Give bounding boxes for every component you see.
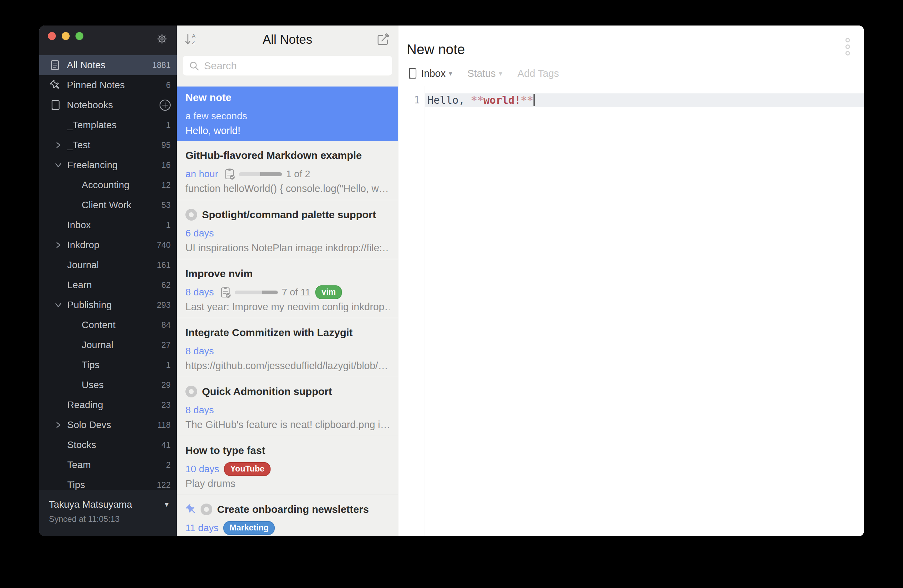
gutter-divider — [425, 86, 425, 536]
sidebar-item-label: Pinned Notes — [67, 80, 125, 91]
pin-icon — [186, 503, 197, 515]
note-title-input[interactable]: New note — [407, 42, 465, 57]
sidebar-notebook-item[interactable]: Client Work 53 — [39, 195, 177, 215]
sidebar-item-label: Tips — [82, 360, 100, 371]
note-title: Quick Admonition support — [202, 386, 332, 398]
pin-icon — [50, 80, 61, 91]
sidebar-notebook-item[interactable]: Journal 161 — [39, 255, 177, 275]
sort-icon[interactable]: A Z — [184, 32, 198, 46]
sidebar-item-label: Reading — [67, 399, 103, 410]
chevron-icon[interactable] — [54, 141, 63, 149]
search-input[interactable] — [204, 60, 386, 72]
sidebar-notebook-item[interactable]: Freelancing 16 — [39, 155, 177, 175]
chevron-icon[interactable] — [54, 160, 63, 170]
sidebar-notebook-item[interactable]: Tips 122 — [39, 475, 177, 490]
note-list-item[interactable]: New note a few seconds Hello, world! — [177, 86, 398, 141]
sidebar-notebook-item[interactable]: Publishing 293 — [39, 295, 177, 315]
task-progress-bar — [235, 291, 278, 294]
traffic-minimize-button[interactable] — [62, 32, 69, 40]
note-preview: UI inspirations NotePlan image inkdrop:/… — [186, 242, 389, 254]
sidebar-notebook-item[interactable]: Accounting 12 — [39, 175, 177, 195]
note-list-item[interactable]: Integrate Commitizen with Lazygit 8 days… — [177, 318, 398, 377]
sidebar-notebook-item[interactable]: _Templates 1 — [39, 115, 177, 135]
sidebar-notebook-item[interactable]: Reading 23 — [39, 395, 177, 415]
svg-text:Z: Z — [192, 39, 195, 45]
sidebar-item-count: 740 — [157, 240, 171, 250]
sidebar-notebook-item[interactable]: Tips 1 — [39, 355, 177, 375]
add-notebook-button[interactable] — [159, 99, 171, 111]
search-box — [182, 56, 392, 75]
editor-panel: New note Inbox ▾ Status ▾ Add Tags 1 Hel… — [398, 25, 864, 536]
sidebar-item-count: 16 — [161, 160, 171, 170]
sidebar-item-label: Freelancing — [67, 160, 118, 171]
note-title: New note — [186, 92, 231, 104]
sidebar-item-count: 95 — [161, 140, 171, 150]
account-menu[interactable]: Takuya Matsuyama ▾ — [49, 499, 168, 510]
search-area — [177, 52, 398, 75]
tasks-icon — [220, 286, 231, 299]
sidebar-item-label: Journal — [82, 340, 113, 351]
sidebar-item-count: 27 — [161, 340, 171, 350]
sidebar-item-count: 1 — [166, 220, 171, 230]
sidebar-item-count: 118 — [157, 420, 171, 430]
note-timestamp: 11 days — [186, 522, 219, 533]
bold-marker: ** — [471, 94, 483, 106]
chevron-down-icon[interactable]: ▾ — [499, 69, 502, 77]
sidebar-notebook-item[interactable]: Solo Devs 118 — [39, 415, 177, 435]
status-selector[interactable]: Status — [467, 68, 496, 79]
note-preview: Last year: Improve my neovim config inkd… — [186, 301, 389, 313]
note-options-menu[interactable] — [845, 36, 850, 58]
app-window: All Notes 1881 Pinned Notes 6 Notebooks … — [39, 25, 864, 536]
sidebar-item-notebooks[interactable]: Notebooks — [39, 95, 177, 115]
sidebar-notebook-item[interactable]: Inkdrop 740 — [39, 235, 177, 255]
gear-icon[interactable] — [156, 33, 168, 45]
note-preview: Play drums — [186, 478, 389, 489]
traffic-zoom-button[interactable] — [76, 32, 83, 40]
note-metadata-bar: Inbox ▾ Status ▾ Add Tags — [408, 67, 559, 80]
sidebar-notebook-item[interactable]: Inbox 1 — [39, 215, 177, 235]
chevron-icon[interactable] — [54, 300, 63, 310]
chevron-icon[interactable] — [54, 420, 63, 429]
code-line[interactable]: Hello, **world!** — [427, 93, 535, 107]
note-preview: function helloWorld() { console.log("Hel… — [186, 183, 389, 194]
sidebar-item-label: Client Work — [82, 200, 131, 211]
chevron-down-icon[interactable]: ▾ — [449, 69, 452, 77]
sidebar-notebook-item[interactable]: Stocks 41 — [39, 435, 177, 455]
dot-icon — [845, 44, 850, 49]
tasks-icon — [224, 168, 235, 180]
add-tags-button[interactable]: Add Tags — [518, 68, 559, 79]
note-title: Integrate Commitizen with Lazygit — [186, 327, 352, 338]
sidebar-notebook-item[interactable]: Content 84 — [39, 315, 177, 335]
sidebar-item-all-notes[interactable]: All Notes 1881 — [39, 55, 177, 75]
markdown-editor[interactable]: 1 Hello, **world!** — [398, 86, 864, 536]
sidebar-item-count: 1881 — [153, 60, 171, 70]
sidebar-notebook-item[interactable]: Team 2 — [39, 455, 177, 475]
sidebar-item-pinned-notes[interactable]: Pinned Notes 6 — [39, 75, 177, 95]
sidebar-item-label: Content — [82, 319, 115, 330]
sidebar-item-label: Stocks — [67, 439, 96, 450]
note-preview: https://github.com/jesseduffield/lazygit… — [186, 360, 389, 371]
sidebar-nav: All Notes 1881 Pinned Notes 6 Notebooks … — [39, 55, 177, 490]
sidebar-item-count: 23 — [161, 400, 171, 410]
sidebar-notebook-item[interactable]: Learn 62 — [39, 275, 177, 295]
sidebar-item-count: 122 — [157, 480, 171, 490]
sidebar-item-label: Inbox — [67, 220, 91, 231]
note-list-item[interactable]: GitHub-flavored Markdown example an hour… — [177, 141, 398, 200]
sidebar-notebook-item[interactable]: Uses 29 — [39, 375, 177, 395]
code-text: Hello, — [427, 94, 471, 106]
notebook-icon — [408, 68, 417, 79]
note-list-item[interactable]: How to type fast 10 days YouTube Play dr… — [177, 435, 398, 495]
sync-status: Synced at 11:05:13 — [49, 514, 168, 524]
note-list-item[interactable]: Quick Admonition support 8 days The GitH… — [177, 377, 398, 435]
sidebar-notebook-item[interactable]: _Test 95 — [39, 135, 177, 155]
chevron-icon[interactable] — [54, 241, 63, 250]
compose-icon[interactable] — [376, 32, 390, 46]
sidebar-notebook-item[interactable]: Journal 27 — [39, 335, 177, 355]
note-list-item[interactable]: Improve nvim 8 days 7 of 11 vim Last yea… — [177, 259, 398, 318]
task-progress-bar — [239, 172, 282, 176]
note-timestamp: an hour — [186, 168, 218, 179]
note-list-item[interactable]: Create onboarding newsletters 11 days Ma… — [177, 495, 398, 536]
notebook-selector[interactable]: Inbox — [421, 68, 446, 79]
traffic-close-button[interactable] — [48, 32, 56, 40]
note-list-item[interactable]: Spotlight/command palette support 6 days… — [177, 200, 398, 259]
